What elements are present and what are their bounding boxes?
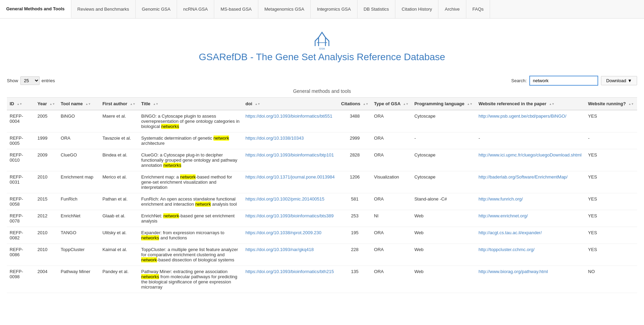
cell-website: http://www.ici.upmc.fr/cluego/cluegoDown… [476, 149, 585, 171]
col-header-author[interactable]: First author ▲▼ [100, 98, 138, 110]
cell-running: YES [585, 149, 637, 171]
cell-author: Tavazoie et al. [100, 132, 138, 149]
nav-item-citation-history[interactable]: Citation History [395, 0, 438, 18]
table-section: General methods and tools ID ▲▼ Year ▲▼ … [0, 88, 644, 293]
cell-website-link[interactable]: http://acgt.cs.tau.ac.il/expander/ [479, 230, 542, 235]
col-header-running[interactable]: Website running? ▲▼ [585, 98, 637, 110]
cell-doi: https://doi.org/10.1093/nar/gkq418 [243, 244, 338, 266]
cell-tool: ORA [58, 132, 100, 149]
nav-item-ncrna-gsa[interactable]: ncRNA GSA [177, 0, 215, 18]
nav-item-metagenomics-gsa[interactable]: Metagenomics GSA [258, 0, 311, 18]
cell-author: Kaimal et al. [100, 244, 138, 266]
cell-author: Ulitsky et al. [100, 227, 138, 244]
cell-website-link[interactable]: http://www.ici.upmc.fr/cluego/cluegoDown… [479, 152, 582, 158]
col-header-lang[interactable]: Programming language ▲▼ [412, 98, 476, 110]
entries-select[interactable]: 102550100 [20, 76, 40, 85]
cell-id: REFP-0098 [7, 266, 35, 293]
cell-author: Pandey et al. [100, 266, 138, 293]
cell-website-link[interactable]: http://www.enrichnet.org/ [479, 213, 528, 218]
cell-citations: 253 [338, 210, 371, 227]
nav-item-faqs[interactable]: FAQs [466, 0, 490, 18]
col-header-citations[interactable]: Citations ▲▼ [338, 98, 371, 110]
cell-type: ORA [371, 149, 412, 171]
cell-doi-link[interactable]: https://doi.org/10.1093/bioinformatics/b… [246, 269, 334, 274]
cell-citations: 135 [338, 266, 371, 293]
col-header-title[interactable]: Title ▲▼ [138, 98, 243, 110]
nav-item-archive[interactable]: Archive [438, 0, 466, 18]
cell-website-link[interactable]: http://www.psb.ugent.be/cbd/papers/BiNGO… [479, 113, 567, 119]
main-table: ID ▲▼ Year ▲▼ Tool name ▲▼ First author … [7, 97, 637, 293]
sort-arrows-citations: ▲▼ [363, 103, 368, 106]
sort-arrows-tool: ▲▼ [85, 103, 91, 106]
cell-doi-link[interactable]: https://doi.org/10.1038/nprot.2009.230 [246, 230, 321, 235]
nav-item-db-statistics[interactable]: DB Statistics [357, 0, 396, 18]
cell-doi-link[interactable]: https://doi.org/10.1002/pmic.201400515 [246, 196, 324, 202]
cell-running: YES [585, 227, 637, 244]
highlighted-term: network [180, 174, 196, 180]
cell-doi-link[interactable]: https://doi.org/10.1371/journal.pone.001… [246, 174, 335, 180]
highlighted-term: network [163, 213, 179, 218]
cell-tool: Enrichment map [58, 171, 100, 193]
cell-tool: ClueGO [58, 149, 100, 171]
col-header-tool[interactable]: Tool name ▲▼ [58, 98, 100, 110]
search-input[interactable] [529, 76, 598, 86]
cell-citations: 581 [338, 193, 371, 210]
nav-item-reviews-and-benchmarks[interactable]: Reviews and Benchmarks [71, 0, 136, 18]
cell-doi-link[interactable]: https://doi.org/10.1093/bioinformatics/b… [246, 113, 332, 119]
col-header-website[interactable]: Website referenced in the paper ▲▼ [476, 98, 585, 110]
cell-doi-link[interactable]: https://doi.org/10.1093/nar/gkq418 [246, 247, 314, 252]
cell-year: 2010 [35, 244, 58, 266]
cell-website-link[interactable]: http://www.funrich.org/ [479, 196, 523, 202]
cell-citations: 195 [338, 227, 371, 244]
cell-tool: EnrichNet [58, 210, 100, 227]
cell-doi: https://doi.org/10.1093/bioinformatics/b… [243, 266, 338, 293]
sort-arrows-id: ▲▼ [17, 103, 22, 106]
search-area: Search: Download ▼ [511, 76, 637, 86]
cell-title: Expander: from expression microarrays to… [138, 227, 243, 244]
cell-type: Visualization [371, 171, 412, 193]
cell-id: REFP-0078 [7, 210, 35, 227]
cell-website: http://baderlab.org/Software/EnrichmentM… [476, 171, 585, 193]
cell-doi-link[interactable]: https://doi.org/10.1038/10343 [246, 136, 304, 141]
cell-website-link[interactable]: http://www.biorag.org/pathway.html [479, 269, 548, 274]
cell-running: YES [585, 110, 637, 132]
cell-running: YES [585, 244, 637, 266]
cell-lang: Cytoscape [412, 171, 476, 193]
col-header-doi[interactable]: doi ▲▼ [243, 98, 338, 110]
cell-id: REFP-0005 [7, 132, 35, 149]
nav-item-general-methods-and-tools[interactable]: General Methods and Tools [0, 0, 71, 18]
cell-doi: https://doi.org/10.1093/bioinformatics/b… [243, 210, 338, 227]
col-header-year[interactable]: Year ▲▼ [35, 98, 58, 110]
table-row: REFP-00051999ORATavazoie et al.Systemati… [7, 132, 637, 149]
cell-lang: Web [412, 244, 476, 266]
cell-running: NO [585, 266, 637, 293]
cell-id: REFP-0010 [7, 149, 35, 171]
col-header-id[interactable]: ID ▲▼ [7, 98, 35, 110]
download-button[interactable]: Download ▼ [601, 76, 637, 85]
col-header-type[interactable]: Type of GSA ▲▼ [371, 98, 412, 110]
nav-item-genomic-gsa[interactable]: Genomic GSA [136, 0, 177, 18]
cell-doi-link[interactable]: https://doi.org/10.1093/bioinformatics/b… [246, 213, 334, 218]
cell-doi: https://doi.org/10.1002/pmic.201400515 [243, 193, 338, 210]
sort-arrows-title: ▲▼ [153, 103, 158, 106]
table-header: ID ▲▼ Year ▲▼ Tool name ▲▼ First author … [7, 98, 637, 110]
highlighted-term: network [195, 202, 211, 207]
cell-type: ORA [371, 193, 412, 210]
cell-title: FunRich: An open access standalone funct… [138, 193, 243, 210]
cell-website-link[interactable]: http://baderlab.org/Software/EnrichmentM… [479, 174, 568, 180]
sort-arrows-author: ▲▼ [130, 103, 135, 106]
cell-id: REFP-0086 [7, 244, 35, 266]
logo-section: GSA CENTRAL GSARefDB - The Gene Set Anal… [0, 19, 644, 73]
highlighted-term: network [141, 257, 157, 262]
nav-item-ms-based-gsa[interactable]: MS-based GSA [214, 0, 258, 18]
cell-author: Maere et al. [100, 110, 138, 132]
cell-lang: Cytoscape [412, 149, 476, 171]
cell-doi-link[interactable]: https://doi.org/10.1093/bioinformatics/b… [246, 152, 334, 158]
cell-website-link[interactable]: http://toppcluster.cchmc.org/ [479, 247, 535, 252]
nav-item-integromics-gsa[interactable]: Integromics GSA [311, 0, 357, 18]
cell-year: 2004 [35, 266, 58, 293]
page-title: GSARefDB - The Gene Set Analysis Referen… [199, 52, 445, 63]
cell-title: Systematic determination of genetic netw… [138, 132, 243, 149]
show-entries-control: Show 102550100 entries [7, 76, 55, 85]
cell-lang: Cytoscape [412, 110, 476, 132]
